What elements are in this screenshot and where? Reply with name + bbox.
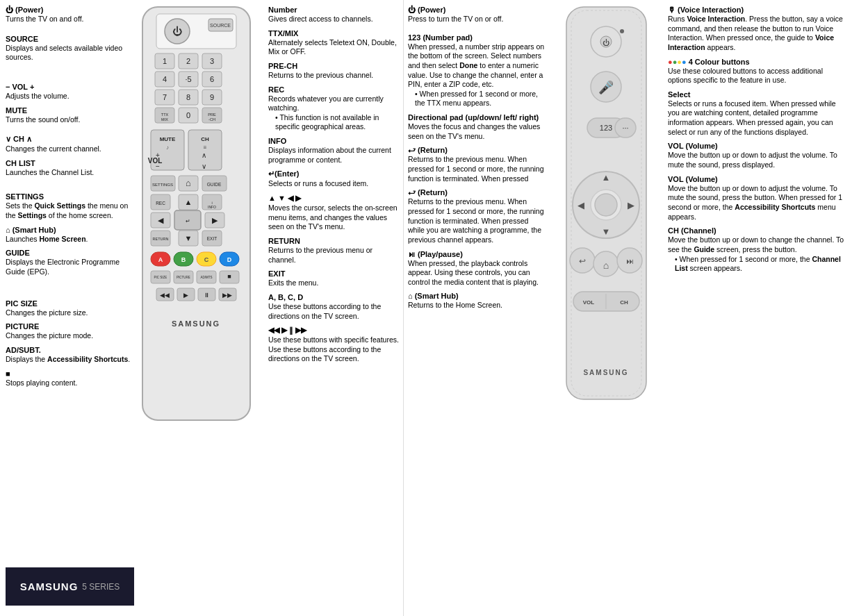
remote-left-svg: ⏻ SOURCE 1 2 3 4 ·5 6 xyxy=(136,3,257,427)
svg-text:EXIT: EXIT xyxy=(207,236,217,241)
svg-text:1: 1 xyxy=(163,57,167,65)
label-vol1-desc: Move the button up or down to adjust the… xyxy=(668,151,848,169)
label-ttxmix-title: TTX/MIX xyxy=(268,29,399,38)
svg-text:PRE: PRE xyxy=(208,113,216,117)
label-picture-desc: Changes the picture mode. xyxy=(6,331,131,341)
label-number-desc: Gives direct access to channels. xyxy=(268,15,399,24)
label-number: Number Gives direct access to channels. xyxy=(268,6,399,24)
svg-text:8: 8 xyxy=(186,93,190,101)
svg-text:-CH: -CH xyxy=(208,117,215,122)
label-rec-desc: Records whatever you are currently watch… xyxy=(268,94,399,113)
label-return2-title: ⮐ (Return) xyxy=(408,188,545,197)
left-remote-column: ⏻ SOURCE 1 2 3 4 ·5 6 xyxy=(136,0,264,616)
label-power-title: ⏻ (Power) xyxy=(6,6,131,14)
label-numpad-title: 123 (Number pad) xyxy=(408,33,545,42)
label-mute-title: MUTE xyxy=(6,106,131,115)
svg-text:·5: ·5 xyxy=(185,75,191,83)
label-ch: ∨ CH ∧ Changes the current channel. xyxy=(6,135,131,154)
label-power2-desc: Press to turn the TV on or off. xyxy=(408,15,545,24)
svg-text:⌂: ⌂ xyxy=(186,178,191,188)
svg-text:▼: ▼ xyxy=(185,234,192,242)
label-dpad: Directional pad (up/down/ left/ right) M… xyxy=(408,113,545,141)
series-text: 5 SERIES xyxy=(82,582,120,592)
svg-text:VOL: VOL xyxy=(148,157,163,165)
label-adsubt: AD/SUBT. Displays the Accessibility Shor… xyxy=(6,346,131,365)
svg-text:6: 6 xyxy=(210,75,214,83)
svg-text:SAMSUNG: SAMSUNG xyxy=(583,369,628,376)
label-source-title: SOURCE xyxy=(6,35,131,43)
svg-text:7: 7 xyxy=(163,93,167,101)
svg-text:4: 4 xyxy=(163,75,167,83)
svg-text:◀: ◀ xyxy=(577,200,584,210)
middle-labels-column: Number Gives direct access to channels. … xyxy=(264,0,403,616)
label-ch2-title: CH (Channel) xyxy=(668,226,848,235)
label-prech: PRE-CH Returns to the previous channel. xyxy=(268,62,399,81)
svg-text:MUTE: MUTE xyxy=(160,136,176,142)
label-ch2-bullet: When pressed for 1 second or more, the C… xyxy=(668,255,848,274)
label-guide: GUIDE Displays the Electronic Programme … xyxy=(6,249,131,276)
label-exit: EXIT Exits the menu. xyxy=(268,269,399,288)
svg-text:↩: ↩ xyxy=(579,256,586,266)
label-chlist: CH LIST Launches the Channel List. xyxy=(6,159,131,178)
svg-text:CH: CH xyxy=(620,299,628,306)
far-right-labels-column: 🎙 (Voice Interaction) Runs Voice Interac… xyxy=(664,0,852,616)
svg-text:MIX: MIX xyxy=(161,117,168,122)
right-remote-column: ⏻ 🎤 123 ··· ▲ ▼ ◀ ▶ xyxy=(549,0,664,616)
label-prech-title: PRE-CH xyxy=(268,62,399,70)
svg-text:▲: ▲ xyxy=(602,172,611,183)
label-return-title: RETURN xyxy=(268,237,399,245)
label-info: INFO Displays information about the curr… xyxy=(268,137,399,165)
svg-text:▲: ▲ xyxy=(185,198,192,206)
svg-text:123: 123 xyxy=(600,124,612,132)
label-vol2-desc: Move the button up or down to adjust the… xyxy=(668,184,848,222)
label-abcd: A, B, C, D Use these buttons according t… xyxy=(268,293,399,321)
label-vol1: VOL (Volume) Move the button up or down … xyxy=(668,142,848,169)
label-rec: REC Records whatever you are currently w… xyxy=(268,85,399,133)
label-voice-desc: Runs Voice Interaction. Press the button… xyxy=(668,15,848,53)
svg-text:SAMSUNG: SAMSUNG xyxy=(172,319,220,328)
label-4colour: ●●●● 4 Colour buttons Use these coloured… xyxy=(668,58,848,85)
label-rec-bullet: This function is not available in specif… xyxy=(268,113,399,132)
label-ch-desc: Changes the current channel. xyxy=(6,144,131,154)
svg-text:∨: ∨ xyxy=(202,163,206,170)
label-vol2: VOL (Volume) Move the button up or down … xyxy=(668,175,848,222)
svg-text:0: 0 xyxy=(186,111,190,119)
label-settings-title: SETTINGS xyxy=(6,192,131,201)
label-ch2-desc: Move the button up or down to change the… xyxy=(668,235,848,254)
samsung-brand-box: SAMSUNG 5 SERIES xyxy=(6,567,134,606)
label-picsize: PIC SIZE Changes the picture size. xyxy=(6,299,131,318)
label-adsubt-title: AD/SUBT. xyxy=(6,346,131,354)
label-ch2: CH (Channel) Move the button up or down … xyxy=(668,226,848,274)
label-guide-desc: Displays the Electronic Programme Guide … xyxy=(6,258,131,276)
label-number-title: Number xyxy=(268,6,399,14)
label-voice-title: 🎙 (Voice Interaction) xyxy=(668,6,848,14)
label-numpad-desc: When pressed, a number strip appears on … xyxy=(408,42,545,90)
label-vol2-title: VOL (Volume) xyxy=(668,175,848,183)
label-ch-title: ∨ CH ∧ xyxy=(6,135,131,144)
svg-point-111 xyxy=(595,194,617,216)
svg-text:GUIDE: GUIDE xyxy=(207,182,222,187)
svg-text:CH: CH xyxy=(201,136,209,142)
label-4colour-title: ●●●● 4 Colour buttons xyxy=(668,58,848,66)
svg-text:≡: ≡ xyxy=(204,144,207,151)
svg-text:AD/MTS: AD/MTS xyxy=(200,276,212,279)
label-return-desc: Returns to the previous menu or channel. xyxy=(268,246,399,265)
svg-text:−: − xyxy=(156,163,160,170)
svg-text:+: + xyxy=(156,151,160,159)
label-stop-title: ■ xyxy=(6,369,131,378)
label-select-desc: Selects or runs a focused item. When pre… xyxy=(668,99,848,138)
label-smarthub2-title: ⌂ (Smart Hub) xyxy=(408,292,545,300)
svg-text:🎤: 🎤 xyxy=(598,80,614,95)
label-numpad-bullet: When pressed for 1 second or more, the T… xyxy=(408,90,545,108)
svg-text:REC: REC xyxy=(156,201,165,206)
label-enter-desc: Selects or runs a focused item. xyxy=(268,179,399,189)
svg-text:SETTINGS: SETTINGS xyxy=(152,183,173,187)
label-4colour-desc: Use these coloured buttons to access add… xyxy=(668,67,848,85)
label-arrows-desc: Moves the cursor, selects the on-screen … xyxy=(268,203,399,232)
label-power2-title: ⏻ (Power) xyxy=(408,6,545,14)
label-ttxmix-desc: Alternately selects Teletext ON, Double,… xyxy=(268,38,399,57)
svg-text:▶: ▶ xyxy=(212,216,218,224)
label-ttxmix: TTX/MIX Alternately selects Teletext ON,… xyxy=(268,29,399,57)
label-exit-desc: Exits the menu. xyxy=(268,278,399,288)
label-vol-desc: Adjusts the volume. xyxy=(6,92,131,101)
